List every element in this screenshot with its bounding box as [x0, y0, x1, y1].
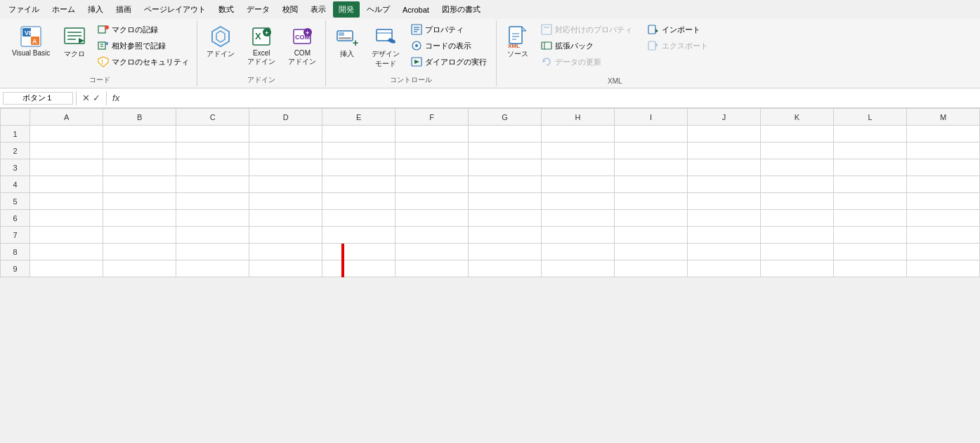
cell-K4[interactable] [761, 176, 834, 193]
btn-source[interactable]: XML ソース [501, 22, 535, 62]
cell-I3[interactable] [615, 159, 688, 176]
btn-insert-control[interactable]: + 挿入 [330, 22, 364, 62]
row-header-1[interactable]: 1 [1, 126, 30, 143]
cell-I5[interactable] [615, 193, 688, 210]
cell-H2[interactable] [542, 143, 615, 159]
btn-macro-security[interactable]: ! マクロのセキュリティ [94, 54, 192, 70]
cell-A6[interactable] [30, 210, 103, 227]
col-header-H[interactable]: H [542, 109, 615, 126]
col-header-B[interactable]: B [103, 109, 176, 126]
cell-G5[interactable] [469, 193, 542, 210]
cell-H3[interactable] [542, 159, 615, 176]
cell-H8[interactable] [542, 244, 615, 260]
btn-export[interactable]: エクスポート [644, 38, 729, 53]
row-header-8[interactable]: 8 [1, 244, 30, 260]
cell-H5[interactable] [542, 193, 615, 210]
menu-acrobat[interactable]: Acrobat [397, 3, 435, 17]
cell-J1[interactable] [688, 126, 761, 143]
menu-data[interactable]: データ [241, 1, 275, 18]
cell-E2[interactable] [322, 143, 396, 159]
cell-I9[interactable] [615, 260, 688, 277]
cell-B6[interactable] [103, 210, 176, 227]
cell-H7[interactable] [542, 227, 615, 244]
cell-L9[interactable] [833, 260, 906, 277]
cancel-formula-icon[interactable]: ✕ [82, 93, 90, 103]
cell-A4[interactable] [30, 176, 103, 193]
cell-G2[interactable] [469, 143, 542, 159]
btn-design-mode[interactable]: デザイン モード [367, 22, 405, 72]
cell-H6[interactable] [542, 210, 615, 227]
cell-M2[interactable] [906, 143, 979, 159]
cell-A3[interactable] [30, 159, 103, 176]
menu-shape-format[interactable]: 図形の書式 [436, 1, 486, 18]
cell-L6[interactable] [833, 210, 906, 227]
cell-D9[interactable] [249, 260, 322, 277]
formula-input[interactable] [125, 94, 977, 103]
row-header-5[interactable]: 5 [1, 193, 30, 210]
cell-F7[interactable] [396, 227, 469, 244]
col-header-E[interactable]: E [322, 109, 396, 126]
btn-run-dialog[interactable]: ダイアログの実行 [407, 54, 492, 70]
cell-A1[interactable] [30, 126, 103, 143]
cell-M6[interactable] [906, 210, 979, 227]
cell-I4[interactable] [615, 176, 688, 193]
menu-file[interactable]: ファイル [3, 1, 45, 18]
menu-formula[interactable]: 数式 [213, 1, 240, 18]
cell-J3[interactable] [688, 159, 761, 176]
cell-D7[interactable] [249, 227, 322, 244]
cell-G4[interactable] [469, 176, 542, 193]
cell-L1[interactable] [833, 126, 906, 143]
cell-M7[interactable] [906, 227, 979, 244]
cell-F5[interactable] [396, 193, 469, 210]
cell-C1[interactable] [176, 126, 249, 143]
cell-G1[interactable] [469, 126, 542, 143]
cell-G7[interactable] [469, 227, 542, 244]
cell-C9[interactable] [176, 260, 249, 277]
cell-M8[interactable] [906, 244, 979, 260]
cell-B5[interactable] [103, 193, 176, 210]
col-header-A[interactable]: A [30, 109, 103, 126]
cell-J5[interactable] [688, 193, 761, 210]
btn-refresh-data[interactable]: データの更新 [537, 54, 636, 70]
cell-F4[interactable] [396, 176, 469, 193]
cell-M4[interactable] [906, 176, 979, 193]
row-header-6[interactable]: 6 [1, 210, 30, 227]
cell-F1[interactable] [396, 126, 469, 143]
cell-I1[interactable] [615, 126, 688, 143]
cell-F2[interactable] [396, 143, 469, 159]
cell-C8[interactable] [176, 244, 249, 260]
confirm-formula-icon[interactable]: ✓ [93, 93, 100, 103]
cell-L8[interactable] [833, 244, 906, 260]
name-box[interactable] [3, 92, 73, 105]
cell-G8[interactable] [469, 244, 542, 260]
cell-C3[interactable] [176, 159, 249, 176]
cell-E8[interactable] [322, 244, 396, 260]
cell-E9[interactable] [322, 260, 396, 277]
btn-expand-pack[interactable]: 拡張パック [537, 38, 636, 53]
cell-L2[interactable] [833, 143, 906, 159]
cell-L5[interactable] [833, 193, 906, 210]
menu-page-layout[interactable]: ページレイアウト [138, 1, 211, 18]
cell-M5[interactable] [906, 193, 979, 210]
btn-map-properties[interactable]: 対応付けのプロパティ [537, 22, 636, 37]
btn-com-addin[interactable]: COM + COM アドイン [283, 22, 321, 70]
cell-L7[interactable] [833, 227, 906, 244]
cell-C7[interactable] [176, 227, 249, 244]
cell-I2[interactable] [615, 143, 688, 159]
cell-B8[interactable] [103, 244, 176, 260]
col-header-I[interactable]: I [615, 109, 688, 126]
menu-home[interactable]: ホーム [46, 1, 81, 18]
cell-J6[interactable] [688, 210, 761, 227]
cell-K6[interactable] [761, 210, 834, 227]
btn-addin[interactable]: アドイン [202, 22, 240, 62]
cell-B9[interactable] [103, 260, 176, 277]
cell-K8[interactable] [761, 244, 834, 260]
cell-K7[interactable] [761, 227, 834, 244]
select-all-btn[interactable] [1, 109, 30, 126]
btn-import[interactable]: インポート [644, 22, 729, 37]
cell-D1[interactable] [249, 126, 322, 143]
menu-help[interactable]: ヘルプ [361, 1, 396, 18]
menu-insert[interactable]: 挿入 [82, 1, 109, 18]
cell-E6[interactable] [322, 210, 396, 227]
col-header-G[interactable]: G [469, 109, 542, 126]
